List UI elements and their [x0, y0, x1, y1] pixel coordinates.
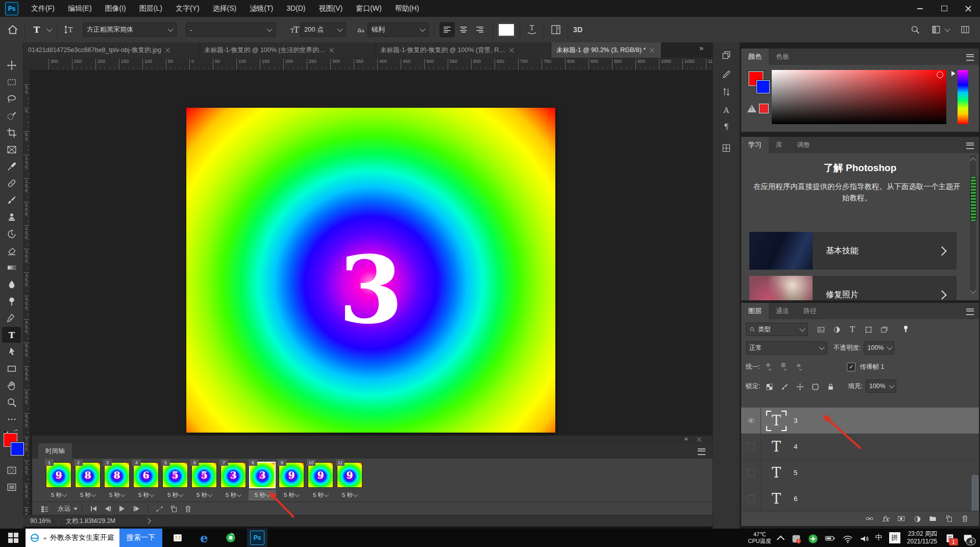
layer-thumbnail[interactable]: T [766, 463, 787, 483]
tutorial-card-basics[interactable]: 基本技能 [749, 232, 957, 270]
ime-mode[interactable]: 拼 [889, 532, 900, 543]
document-tab[interactable]: 未标题-1 @ 90.2% (3, RGB/8) * [551, 42, 662, 58]
clone-source-panel-icon[interactable] [721, 50, 732, 61]
layer-mask-icon[interactable] [896, 514, 906, 524]
scrollbar-thumb[interactable] [970, 176, 976, 222]
link-layers-icon[interactable] [865, 514, 875, 524]
align-right-button[interactable] [472, 22, 487, 37]
first-frame-button[interactable] [86, 506, 101, 511]
minimize-button[interactable] [908, 0, 932, 17]
layer-thumbnail[interactable]: T [766, 489, 787, 509]
taskbar-contacts-app[interactable] [172, 532, 184, 544]
tab-channels[interactable]: 通道 [769, 303, 796, 319]
background-color-swatch[interactable] [756, 80, 770, 93]
layer-visibility-toggle[interactable] [741, 434, 761, 460]
tab-paths[interactable]: 路径 [796, 303, 824, 319]
font-family-select[interactable]: 方正粗黑宋简体 [83, 22, 177, 37]
loop-count-select[interactable]: 永远 [58, 505, 78, 513]
layer-row[interactable]: T3 [741, 408, 979, 434]
panel-menu-icon[interactable] [966, 54, 974, 61]
character-panel-icon[interactable]: A [721, 105, 732, 116]
quick-mask-button[interactable] [2, 462, 21, 478]
taskbar-search-widget[interactable]: 外教杀害女生案开庭 搜索一下 [26, 529, 162, 547]
menu-item[interactable]: 编辑(E) [61, 0, 99, 17]
opacity-field[interactable]: 100% [864, 341, 894, 354]
path-select-tool[interactable] [2, 344, 21, 360]
3d-button[interactable]: 3D [573, 26, 583, 34]
animation-frame[interactable]: 285 秒 [75, 461, 101, 503]
animation-frame[interactable]: 555 秒 [162, 461, 188, 503]
zoom-level[interactable]: 90.16% [30, 517, 51, 525]
animation-frame[interactable]: 195 秒 [46, 461, 71, 503]
tab-overflow-button[interactable]: » [699, 43, 703, 52]
tutorial-card-retouch[interactable]: 修复照片 [749, 276, 957, 300]
panel-menu-icon[interactable] [966, 308, 974, 315]
layer-visibility-toggle[interactable] [741, 460, 761, 486]
font-style-select[interactable]: - [186, 22, 276, 37]
notification-icon-2[interactable]: 4 [962, 532, 973, 543]
frame-thumbnail[interactable]: 8 [75, 462, 101, 488]
frame-delay-select[interactable]: 5 秒 [103, 490, 131, 501]
layer-row[interactable]: T6 [741, 486, 979, 512]
font-size-select[interactable]: 200 点 [300, 22, 346, 37]
type-tool[interactable]: T [2, 327, 21, 343]
brush-tool[interactable] [2, 192, 21, 208]
layer-row[interactable]: T5 [741, 460, 979, 486]
taskbar-edge-app[interactable]: e [198, 532, 210, 544]
menu-item[interactable]: 图像(I) [99, 0, 133, 17]
arrange-docs-button[interactable] [959, 23, 972, 36]
swap-panel-icon[interactable] [721, 86, 732, 98]
volume-icon[interactable] [859, 533, 869, 543]
eyedropper-tool[interactable] [2, 158, 21, 174]
home-button[interactable] [6, 23, 19, 36]
layer-thumbnail[interactable]: T [766, 411, 787, 431]
frame-delay-select[interactable]: 5 秒 [45, 490, 72, 501]
clone-stamp-tool[interactable] [2, 209, 21, 225]
shape-tool[interactable] [2, 361, 21, 376]
menu-item[interactable]: 文字(Y) [169, 0, 206, 17]
align-center-button[interactable] [456, 22, 471, 37]
background-color-swatch[interactable] [11, 442, 24, 456]
lasso-tool[interactable] [2, 91, 21, 107]
filter-toggle-icon[interactable] [899, 324, 911, 335]
menu-item[interactable]: 选择(S) [206, 0, 243, 17]
frame-delay-select[interactable]: 5 秒 [336, 490, 363, 501]
menu-item[interactable]: 帮助(H) [388, 0, 426, 17]
start-button[interactable] [8, 533, 18, 543]
taskbar-photoshop-app[interactable]: Ps [247, 529, 267, 547]
lock-all-icon[interactable] [824, 380, 836, 392]
maximize-button[interactable] [932, 0, 956, 17]
workspace-switcher[interactable] [931, 25, 949, 35]
unify-position-icon[interactable] [763, 361, 774, 372]
tab-close-icon[interactable] [329, 48, 334, 53]
document-canvas[interactable]: 3 [186, 108, 555, 433]
frame-delay-select[interactable]: 5 秒 [307, 490, 334, 501]
zoom-tool[interactable] [2, 394, 21, 410]
document-tab[interactable]: 未标题-1-恢复的-恢复的 @ 100% (背景, R… [375, 42, 551, 58]
search-hot-text[interactable]: 外教杀害女生案开庭 [50, 533, 114, 542]
tab-close-icon[interactable] [509, 48, 514, 53]
menu-item[interactable]: 文件(F) [24, 0, 61, 17]
frame-delay-select[interactable]: 5 秒 [74, 490, 102, 501]
paragraph-panel-icon[interactable]: ¶ [721, 121, 732, 132]
text-orientation-button[interactable]: T [62, 23, 76, 36]
menu-item[interactable]: 视图(V) [312, 0, 349, 17]
notification-icon-1[interactable]: 1 [944, 532, 955, 543]
history-brush-tool[interactable] [2, 226, 21, 242]
menu-item[interactable]: 窗口(W) [349, 0, 388, 17]
propagate-checkbox[interactable]: ✓ [847, 363, 855, 371]
glyphs-panel-icon[interactable] [721, 142, 732, 154]
frame-delay-select[interactable]: 5 秒 [161, 490, 189, 501]
animation-frame[interactable]: 385 秒 [104, 461, 130, 503]
menu-item[interactable]: 图层(L) [133, 0, 169, 17]
previous-frame-button[interactable] [101, 506, 115, 511]
frame-thumbnail[interactable]: 8 [104, 462, 130, 488]
frame-delay-select[interactable]: 5 秒 [190, 490, 218, 501]
lock-position-icon[interactable] [794, 380, 805, 392]
frame-thumbnail[interactable]: 9 [308, 462, 333, 488]
filter-adjustment-layers-icon[interactable] [831, 324, 842, 335]
frame-delay-select[interactable]: 5 秒 [132, 490, 160, 501]
text-color-swatch[interactable] [498, 23, 514, 36]
crop-tool[interactable] [2, 125, 21, 140]
frame-thumbnail[interactable]: 5 [162, 462, 188, 488]
